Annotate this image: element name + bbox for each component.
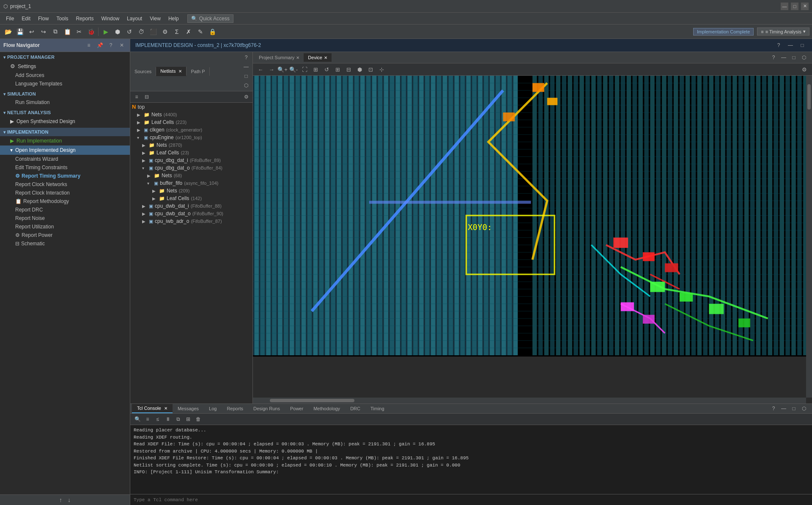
cut-btn[interactable]: ✂ — [74, 26, 85, 37]
tree-item[interactable]: ▶ 📁 Leaf Cells (23) — [130, 149, 252, 156]
tab-netlists[interactable]: Netlists ✕ — [156, 67, 187, 76]
tab-tcl-console[interactable]: Tcl Console ✕ — [132, 404, 173, 413]
nav-report-methodology[interactable]: 📋 Report Methodology — [0, 197, 130, 206]
sources-maximize-btn[interactable]: □ — [241, 71, 251, 81]
close-button[interactable]: ✕ — [801, 3, 809, 10]
nav-open-synth[interactable]: ▶ Open Synthesized Design — [0, 117, 130, 126]
tab-summary-close-icon[interactable]: ✕ — [296, 55, 299, 60]
nav-edit-timing[interactable]: Edit Timing Constraints — [0, 163, 130, 172]
timing-analysis-dropdown[interactable]: ≡ ≡ Timing Analysis ▾ — [757, 27, 809, 36]
cursor-btn[interactable]: ⊹ — [376, 64, 387, 74]
tree-item[interactable]: ▾ ▣ cpu_dbg_dat_o (FifoBuffer_84) — [130, 164, 252, 172]
tree-item[interactable]: ▶ 📁 Nets (68) — [130, 172, 252, 179]
refresh-view-btn[interactable]: ↺ — [321, 64, 332, 74]
sources-popout-btn[interactable]: ⬡ — [241, 81, 251, 90]
tcl-input[interactable] — [134, 497, 809, 502]
tree-item[interactable]: ▶ ▣ clkgen (clock_generator) — [130, 126, 252, 134]
tab-device[interactable]: Device ✕ — [304, 53, 332, 62]
flow-nav-help-btn[interactable]: ? — [106, 41, 115, 50]
refresh-btn[interactable]: ↺ — [124, 26, 135, 37]
console-pause-btn[interactable]: ⏸ — [163, 414, 173, 424]
console-minimize-btn[interactable]: — — [779, 404, 788, 413]
nav-report-utilization[interactable]: Report Utilization — [0, 222, 130, 231]
menu-window[interactable]: Window — [98, 15, 123, 22]
tree-item[interactable]: ▶ ▣ cpu_dbg_dat_i (FifoBuffer_89) — [130, 156, 252, 164]
console-help-btn[interactable]: ? — [769, 404, 778, 413]
impl-help-btn[interactable]: ? — [774, 41, 783, 50]
copy-btn[interactable]: ⧉ — [50, 26, 61, 37]
flow-nav-scroll-down-btn[interactable]: ↓ — [65, 496, 74, 504]
section-project-manager-header[interactable]: ▾ PROJECT MANAGER — [0, 53, 130, 61]
nav-lang-templates[interactable]: Language Templates — [0, 80, 130, 88]
nav-back-btn[interactable]: ← — [255, 64, 266, 74]
tab-log[interactable]: Log — [204, 404, 222, 413]
nav-report-clock-interaction[interactable]: Report Clock Interaction — [0, 189, 130, 197]
tab-methodology[interactable]: Methodology — [308, 404, 345, 413]
nav-report-clock-networks[interactable]: Report Clock Networks — [0, 180, 130, 189]
paste-btn[interactable]: 📋 — [62, 26, 73, 37]
menu-help[interactable]: Help — [165, 15, 182, 22]
nav-run-implementation[interactable]: ▶ Run Implementation — [0, 136, 130, 145]
tab-project-summary[interactable]: Project Summary ✕ — [255, 53, 304, 62]
console-maximize-btn[interactable]: □ — [789, 404, 798, 413]
device-hscroll[interactable] — [253, 398, 806, 403]
nav-report-drc[interactable]: Report DRC — [0, 206, 130, 214]
menu-edit[interactable]: Edit — [18, 15, 34, 22]
tree-item[interactable]: ▶ 📁 Nets (2870) — [130, 141, 252, 149]
device-maximize-btn[interactable]: □ — [789, 53, 798, 62]
section-simulation-header[interactable]: ▾ SIMULATION — [0, 90, 130, 98]
vscroll-thumb[interactable] — [807, 84, 811, 110]
nav-report-timing-summary[interactable]: ⚙ Report Timing Summary — [0, 172, 130, 180]
sources-minimize-btn[interactable]: — — [241, 62, 251, 71]
nav-schematic[interactable]: ⊟ Schematic — [0, 239, 130, 248]
lock-btn[interactable]: 🔒 — [207, 26, 218, 37]
device-popout-btn[interactable]: ⬡ — [799, 53, 809, 62]
device-help-btn[interactable]: ? — [769, 53, 778, 62]
tab-messages[interactable]: Messages — [173, 404, 204, 413]
run2-btn[interactable]: ⬛ — [148, 26, 159, 37]
nav-constraints-wizard[interactable]: Constraints Wizard — [0, 155, 130, 163]
flow-nav-pin-btn[interactable]: 📌 — [95, 41, 104, 50]
sources-tab-help[interactable]: ? — □ ⬡ — [240, 52, 252, 91]
device-vscroll[interactable] — [806, 76, 812, 398]
tree-item[interactable]: ▶ ▣ cpu_iwb_adr_o (FifoBuffer_87) — [130, 217, 252, 225]
tree-collapse-btn[interactable]: ≡ — [132, 92, 141, 102]
select-btn[interactable]: ⊡ — [365, 64, 376, 74]
section-netlist-header[interactable]: ▾ NETLIST ANALYSIS — [0, 108, 130, 117]
redo-btn[interactable]: ↪ — [38, 26, 49, 37]
highlight-btn[interactable]: ⬢ — [354, 64, 365, 74]
menu-flow[interactable]: Flow — [35, 15, 52, 22]
menu-view[interactable]: View — [146, 15, 164, 22]
tab-device-close-icon[interactable]: ✕ — [324, 55, 327, 60]
route-btn[interactable]: ⊟ — [343, 64, 354, 74]
pencil-btn[interactable]: ✎ — [195, 26, 206, 37]
tab-tcl-close-icon[interactable]: ✕ — [164, 406, 167, 411]
tree-item[interactable]: ▶ ▣ cpu_dwb_dat_o (FifoBuffer_90) — [130, 210, 252, 217]
tab-path-p[interactable]: Path P — [187, 67, 209, 76]
tree-item[interactable]: ▾ ▣ buffer_fifo (async_fifo_104) — [130, 179, 252, 187]
section-implementation-header[interactable]: ▾ IMPLEMENTATION — [0, 128, 130, 136]
nav-report-noise[interactable]: Report Noise — [0, 214, 130, 222]
tree-item[interactable]: ▶ 📁 Nets (4400) — [130, 111, 252, 118]
grid-btn[interactable]: ⊞ — [332, 64, 343, 74]
tree-settings-btn[interactable]: ⚙ — [241, 92, 251, 102]
fit-btn[interactable]: ⛶ — [299, 64, 310, 74]
console-expand-btn[interactable]: ⊞ — [184, 414, 193, 424]
device-minimize-btn[interactable]: — — [779, 53, 788, 62]
maximize-button[interactable]: □ — [791, 3, 798, 10]
program-btn[interactable]: ⬢ — [112, 26, 123, 37]
menu-tools[interactable]: Tools — [53, 15, 71, 22]
console-popout-btn[interactable]: ⬡ — [799, 404, 809, 413]
tree-item[interactable]: ▶ 📁 Nets (209) — [130, 187, 252, 195]
minimize-button[interactable]: — — [781, 3, 788, 10]
menu-file[interactable]: File — [3, 15, 17, 22]
fit-selection-btn[interactable]: ⊞ — [310, 64, 321, 74]
nav-report-power[interactable]: ⚙ Report Power — [0, 231, 130, 239]
tab-timing[interactable]: Timing — [365, 404, 390, 413]
tab-sources[interactable]: Sources — [130, 67, 156, 76]
nav-add-sources[interactable]: Add Sources — [0, 71, 130, 80]
tree-item[interactable]: ▶ 📁 Leaf Cells (142) — [130, 195, 252, 202]
impl-minimize-btn[interactable]: — — [786, 41, 795, 50]
sigma-btn[interactable]: Σ — [171, 26, 182, 37]
cancel-btn[interactable]: ✗ — [183, 26, 194, 37]
